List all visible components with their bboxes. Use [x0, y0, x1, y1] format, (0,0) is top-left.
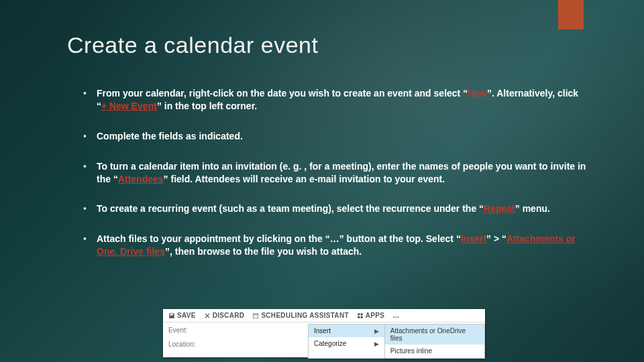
label: Pictures inline — [390, 347, 432, 355]
label: Categorize — [314, 340, 346, 347]
bold-invitation: invitation — [235, 161, 277, 172]
highlight-plus-new-event: + New Event — [101, 101, 157, 111]
highlight-attendees: Attendees — [118, 174, 164, 184]
submenu-item-attachments[interactable]: Attachments or OneDrive files — [385, 324, 484, 345]
label: Attachments or OneDrive files — [390, 327, 466, 342]
insert-submenu: Attachments or OneDrive files Pictures i… — [384, 324, 485, 359]
calendar-icon — [252, 312, 259, 319]
bold-ellipsis: … — [330, 233, 339, 244]
bullet-3: To turn a calendar item into an invitati… — [80, 160, 590, 186]
label: SAVE — [177, 312, 196, 319]
label: APPS — [366, 312, 384, 319]
text: ” field. Attendees will receive an e-mai… — [164, 174, 445, 184]
text: To turn a calendar item into an — [97, 161, 235, 172]
text: (such as a team meeting), select the rec… — [217, 203, 484, 214]
text: Complete the fields as indicated. — [97, 131, 243, 141]
apps-button[interactable]: APPS — [357, 312, 384, 319]
bold-attach-files: Attach files — [97, 233, 147, 244]
ellipsis-icon: … — [392, 312, 399, 319]
slide-body: From your calendar, right-click on the d… — [80, 87, 590, 276]
form-labels: Event: Location: — [163, 322, 308, 359]
discard-button[interactable]: DISCARD — [204, 312, 245, 319]
text: ”, then browse to the file you wish to a… — [165, 246, 362, 257]
toolbar: SAVE DISCARD SCHEDULING ASSISTANT APPS … — [163, 309, 485, 322]
bullet-1: From your calendar, right-click on the d… — [80, 87, 590, 113]
context-menu: Insert ▶ Categorize ▶ — [308, 324, 385, 359]
save-button[interactable]: SAVE — [168, 312, 196, 319]
submenu-item-pictures[interactable]: Pictures inline — [385, 345, 484, 357]
close-icon — [204, 312, 211, 319]
slide-title: Create a calendar event — [67, 32, 318, 58]
highlight-insert: Insert — [461, 233, 486, 244]
label: DISCARD — [213, 312, 245, 319]
text: ” in the top left corner. — [157, 101, 257, 111]
highlight-new: New — [468, 88, 487, 99]
bullet-2: Complete the fields as indicated. — [80, 130, 590, 143]
label: SCHEDULING ASSISTANT — [261, 312, 348, 319]
highlight-repeat: Repeat — [484, 203, 515, 214]
more-button[interactable]: … — [392, 312, 399, 319]
svg-rect-3 — [358, 316, 360, 318]
apps-icon — [357, 312, 364, 319]
bold-recurring: recurring event — [148, 203, 217, 214]
scheduling-assistant-button[interactable]: SCHEDULING ASSISTANT — [252, 312, 348, 319]
menu-item-insert[interactable]: Insert ▶ — [309, 324, 384, 337]
svg-rect-2 — [360, 313, 362, 315]
chevron-right-icon: ▶ — [374, 341, 379, 347]
text: To create a — [97, 203, 148, 214]
location-label: Location: — [168, 341, 303, 348]
event-label: Event: — [168, 326, 303, 334]
bullet-4: To create a recurring event (such as a t… — [80, 202, 590, 215]
accent-bar — [558, 0, 584, 29]
owa-event-editor-screenshot: SAVE DISCARD SCHEDULING ASSISTANT APPS …… — [163, 309, 485, 357]
save-icon — [168, 312, 175, 319]
bullet-5: Attach files to your appointment by clic… — [80, 233, 590, 258]
text: ” button at the top. Select “ — [339, 233, 461, 244]
svg-rect-1 — [358, 313, 360, 315]
slide: Create a calendar event From your calend… — [0, 0, 644, 362]
menu-item-categorize[interactable]: Categorize ▶ — [309, 337, 384, 350]
text: From your calendar, right-click on the d… — [97, 88, 468, 99]
label: Insert — [314, 327, 331, 335]
text: ” > “ — [486, 233, 506, 244]
svg-rect-4 — [360, 316, 362, 318]
text: ” menu. — [515, 203, 550, 214]
chevron-right-icon: ▶ — [374, 328, 379, 335]
svg-rect-0 — [254, 313, 259, 318]
text: to your appointment by clicking on the “ — [147, 233, 329, 244]
